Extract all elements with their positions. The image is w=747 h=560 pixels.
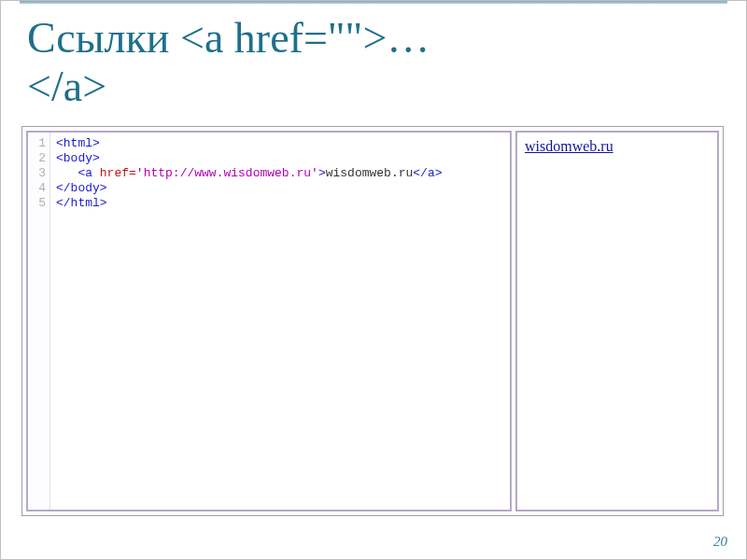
code-token: <body> — [56, 151, 100, 165]
code-token: wisdomweb.ru — [326, 166, 414, 180]
slide-title: Ссылки <a href="">… </a> — [27, 14, 720, 110]
editor-frame: 12345 <html><body> <a href='http://www.w… — [21, 126, 724, 516]
code-panel: 12345 <html><body> <a href='http://www.w… — [26, 131, 512, 511]
code-line: <html> — [56, 136, 443, 151]
line-number: 4 — [28, 181, 46, 196]
title-underline — [20, 1, 727, 4]
line-number: 3 — [28, 166, 46, 181]
preview-panel: wisdomweb.ru — [515, 131, 719, 511]
code-line: </html> — [56, 196, 443, 211]
code-token: </a> — [413, 166, 442, 180]
preview-link[interactable]: wisdomweb.ru — [525, 138, 613, 154]
code-token: </body> — [56, 181, 107, 195]
line-number: 1 — [28, 136, 46, 151]
code-line: <a href='http://www.wisdomweb.ru'>wisdom… — [56, 166, 443, 181]
page-number: 20 — [713, 534, 727, 550]
line-number: 5 — [28, 196, 46, 211]
code-token: <a — [78, 166, 99, 180]
code-token: </html> — [56, 196, 107, 210]
slide-container: Ссылки <a href="">… </a> 12345 <html><bo… — [0, 0, 747, 560]
code-content: <html><body> <a href='http://www.wisdomw… — [50, 133, 448, 510]
code-token: href= — [100, 166, 136, 180]
code-line: <body> — [56, 151, 443, 166]
code-token: <html> — [56, 136, 100, 150]
code-token: > — [318, 166, 326, 180]
code-token: 'http://www.wisdomweb.ru' — [136, 166, 318, 180]
line-number: 2 — [28, 151, 46, 166]
line-number-gutter: 12345 — [28, 133, 50, 510]
code-line: </body> — [56, 181, 443, 196]
